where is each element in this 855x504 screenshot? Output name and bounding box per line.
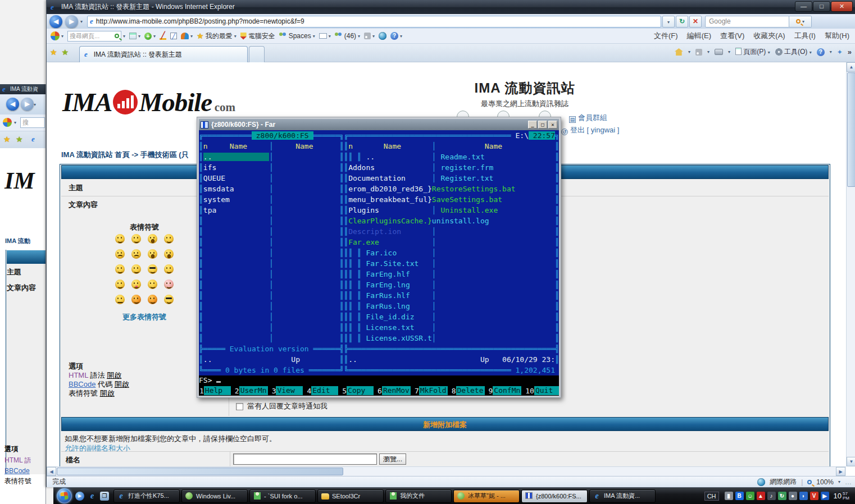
back-button[interactable]: ◀ (49, 15, 62, 28)
ati-icon[interactable]: ▲ (757, 492, 765, 500)
sync-icon[interactable]: ↻ (778, 492, 786, 500)
windows-logo-icon[interactable] (3, 118, 12, 127)
overflow-chevron-icon[interactable]: » (848, 48, 852, 56)
menu-item[interactable]: 編輯(E) (687, 31, 711, 41)
emoticon-grin[interactable] (164, 234, 174, 244)
search-input[interactable]: 搜 (20, 117, 45, 128)
help-icon[interactable]: ? (390, 32, 398, 40)
grid-icon[interactable] (129, 33, 137, 39)
messenger-icon[interactable]: ☺ (746, 492, 754, 500)
media-player-icon[interactable]: ▶ (821, 492, 829, 500)
far-window[interactable]: {z800/k600:FS} - Far _ □ ✕ ╔═══════════ … (197, 117, 561, 398)
taskbar-button[interactable]: SEtool3Cr (317, 489, 384, 503)
scroll-down-icon[interactable]: ▼ (847, 457, 855, 466)
taskbar-clock[interactable]: 10 57PM (834, 492, 849, 501)
start-button[interactable] (57, 488, 72, 503)
refresh-button[interactable]: ↻ (676, 16, 688, 28)
emoticon-happy[interactable] (131, 264, 141, 274)
close-button[interactable]: ✕ (548, 121, 557, 129)
form-fill-icon[interactable]: ╱ (170, 33, 177, 39)
bluetooth-icon[interactable]: B (735, 492, 744, 500)
breadcrumb[interactable]: IMA 流動資訊站 首頁 -> 手機技術區 (只 (61, 150, 189, 160)
scroll-up-icon[interactable]: ▲ (847, 62, 855, 72)
windows-logo-icon[interactable] (51, 31, 60, 40)
address-bar[interactable]: e http://www.ima-mobile.com/phpBB2/posti… (87, 16, 661, 28)
emoticon-cheer[interactable] (115, 280, 125, 289)
scroll-left-icon[interactable]: ◀ (47, 467, 56, 476)
resize-grip[interactable]: … (845, 478, 852, 486)
favorites-star-icon[interactable]: ★ (3, 135, 11, 144)
search-input[interactable]: Google (705, 16, 789, 28)
emoticon-bounce[interactable] (148, 234, 157, 244)
chevron-down-icon[interactable]: ▾ (14, 120, 16, 125)
minimize-button[interactable]: — (795, 1, 812, 12)
scroll-right-icon[interactable]: ▶ (836, 467, 845, 476)
far-command-line[interactable]: FS> (199, 375, 559, 386)
highlighter-icon[interactable]: ╱ (160, 33, 166, 40)
notify-checkbox[interactable] (236, 403, 243, 410)
feeds-menu[interactable]: ▾ (364, 33, 375, 39)
emoticon-twisted[interactable] (148, 295, 157, 304)
member-groups-link[interactable]: ▤會員群組 (569, 113, 607, 123)
maximize-button[interactable]: □ (538, 121, 547, 129)
emoticon-sad[interactable] (115, 249, 125, 259)
favorites-center-icon[interactable]: ★ (50, 48, 57, 57)
volume-icon[interactable]: ♪ (767, 492, 776, 500)
fkey-renmov[interactable]: 6RenMov (378, 386, 411, 396)
emoticon-evil[interactable] (131, 295, 141, 304)
media-player-icon[interactable]: ▶ (75, 492, 84, 501)
fkey-usermn[interactable]: 2UserMn (235, 386, 268, 396)
window-titlebar[interactable]: e IMA 流動資訊站 :: 發表新主題 - Windows Internet … (47, 0, 855, 14)
security-menu[interactable]: 電腦安全 (240, 31, 275, 41)
vertical-scrollbar[interactable]: ▲ ▼ (846, 62, 855, 466)
fkey-help[interactable]: 1Help (199, 386, 231, 396)
search-button[interactable]: ▾ (789, 16, 812, 28)
new-tab-button[interactable] (249, 46, 265, 62)
globe-icon[interactable] (379, 32, 386, 40)
address-dropdown-button[interactable]: ▾ (662, 16, 675, 28)
emoticon-eek[interactable] (164, 249, 174, 259)
history-dropdown-icon[interactable]: ▾ (80, 19, 83, 24)
stop-button[interactable]: ✕ (689, 16, 702, 28)
bbcode-link[interactable]: BBCode (69, 380, 95, 388)
horizontal-scroll-thumb[interactable] (57, 468, 343, 475)
bbcode-toggle-link[interactable]: 開啟 (115, 380, 129, 388)
logout-link[interactable]: ↺登出 [ yingwai ] (561, 125, 619, 135)
html-toggle-link[interactable]: 開啟 (107, 371, 121, 379)
fkey-quit[interactable]: 10Quit (525, 386, 559, 396)
emoticon-yum[interactable] (148, 280, 157, 289)
fkey-confmn[interactable]: 9ConfMn (489, 386, 522, 396)
contacts-menu[interactable]: (46)▾ (335, 32, 360, 40)
fkey-view[interactable]: 3View (272, 386, 303, 396)
fkey-mkfold[interactable]: 7MkFold (415, 386, 448, 396)
taskbar-button[interactable]: e打造个性K75... (113, 489, 180, 503)
developer-icon[interactable]: ✦ (837, 48, 843, 56)
forward-button[interactable]: ▶ (21, 98, 34, 111)
filename-input[interactable] (233, 453, 377, 465)
emoticon-razz[interactable] (131, 280, 141, 289)
emoticon-haha[interactable] (115, 264, 125, 274)
chevron-down-icon[interactable]: ▾ (34, 102, 36, 107)
add-icon[interactable]: + (144, 33, 152, 40)
help-icon[interactable]: ? (817, 48, 825, 56)
background-bbcode-link[interactable]: BBCode (4, 467, 31, 475)
menu-item[interactable]: 工具(I) (794, 31, 816, 41)
explorer-icon[interactable]: ❐ (100, 492, 109, 501)
mouse-icon[interactable]: ◗ (799, 492, 808, 500)
zoom-dropdown-icon[interactable]: ▾ (838, 479, 840, 484)
maximize-button[interactable]: □ (813, 1, 830, 12)
back-button[interactable]: ◀ (6, 98, 19, 111)
antivirus-icon[interactable]: V (810, 492, 818, 500)
live-search-input[interactable]: 搜尋網頁... (67, 31, 121, 42)
chevron-down-icon[interactable]: ▾ (61, 34, 63, 39)
vertical-scroll-thumb[interactable] (847, 72, 855, 187)
mail-menu[interactable]: ▾ (319, 33, 331, 39)
home-icon[interactable] (675, 48, 683, 56)
tab-active[interactable]: e IMA 流動資訊站 :: 發表新主題 (79, 46, 248, 62)
add-favorite-icon[interactable]: ★ (16, 135, 23, 144)
minimize-button[interactable]: _ (528, 121, 537, 129)
tools-menu[interactable]: 工具(O) ▾ (775, 47, 812, 57)
page-menu[interactable]: 頁面(P) ▾ (735, 47, 770, 57)
taskbar-button[interactable]: Windows Liv... (181, 489, 248, 503)
network-icon[interactable]: ● (789, 492, 797, 500)
